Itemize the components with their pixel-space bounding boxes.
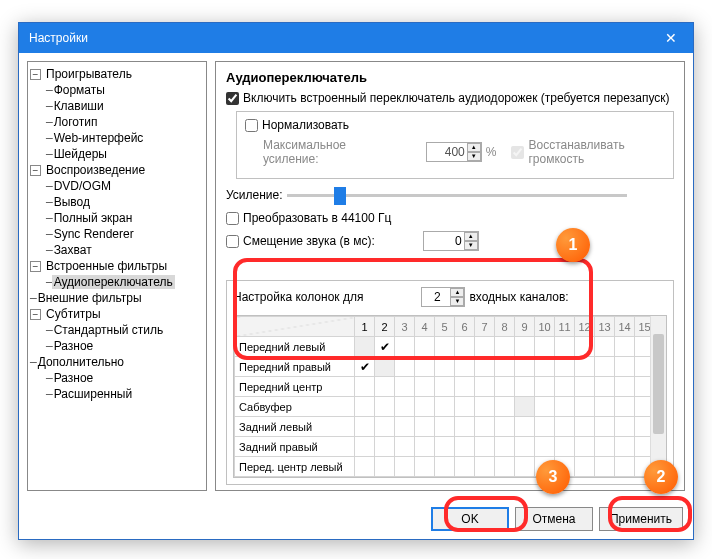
matrix-cell[interactable] [535, 417, 555, 437]
matrix-cell[interactable] [595, 417, 615, 437]
matrix-cell[interactable] [535, 357, 555, 377]
category-tree[interactable]: −Проигрыватель─ Форматы─ Клавиши─ Логоти… [27, 61, 207, 491]
matrix-cell[interactable] [435, 397, 455, 417]
matrix-cell[interactable] [495, 337, 515, 357]
matrix-cell[interactable] [595, 357, 615, 377]
matrix-cell[interactable] [415, 417, 435, 437]
matrix-cell[interactable] [555, 377, 575, 397]
matrix-cell[interactable] [355, 417, 375, 437]
matrix-cell[interactable] [515, 357, 535, 377]
matrix-cell[interactable] [495, 417, 515, 437]
matrix-cell[interactable] [555, 437, 575, 457]
matrix-scrollbar[interactable] [650, 316, 666, 477]
matrix-cell[interactable] [575, 457, 595, 477]
matrix-cell[interactable] [595, 437, 615, 457]
matrix-cell[interactable] [395, 357, 415, 377]
speaker-matrix[interactable]: 123456789101112131415161718Передний левы… [233, 315, 667, 478]
matrix-cell[interactable] [475, 337, 495, 357]
matrix-cell[interactable] [495, 437, 515, 457]
tree-item[interactable]: ─ Логотип [30, 114, 204, 130]
tree-item[interactable]: ─ Клавиши [30, 98, 204, 114]
tree-expander[interactable]: − [30, 309, 41, 320]
matrix-cell[interactable] [515, 457, 535, 477]
matrix-cell[interactable] [455, 417, 475, 437]
matrix-cell[interactable] [495, 377, 515, 397]
tree-item[interactable]: ─ Web-интерфейс [30, 130, 204, 146]
matrix-cell[interactable] [375, 417, 395, 437]
matrix-cell[interactable] [355, 337, 375, 357]
tree-item[interactable]: ─ Форматы [30, 82, 204, 98]
matrix-cell[interactable] [595, 377, 615, 397]
matrix-cell[interactable] [495, 357, 515, 377]
matrix-cell[interactable] [415, 437, 435, 457]
matrix-cell[interactable] [555, 357, 575, 377]
tree-item[interactable]: −Встроенные фильтры [30, 258, 204, 274]
offset-checkbox[interactable] [226, 235, 239, 248]
matrix-cell[interactable] [615, 457, 635, 477]
matrix-cell[interactable] [435, 377, 455, 397]
matrix-cell[interactable] [435, 437, 455, 457]
matrix-cell[interactable] [375, 437, 395, 457]
matrix-cell[interactable] [355, 457, 375, 477]
matrix-cell[interactable] [535, 337, 555, 357]
matrix-cell[interactable] [555, 417, 575, 437]
tree-item[interactable]: ─ Дополнительно [30, 354, 204, 370]
tree-expander[interactable]: − [30, 165, 41, 176]
matrix-cell[interactable] [415, 397, 435, 417]
matrix-cell[interactable] [595, 457, 615, 477]
matrix-cell[interactable] [475, 377, 495, 397]
matrix-cell[interactable] [515, 437, 535, 457]
ok-button[interactable]: OK [431, 507, 509, 531]
apply-button[interactable]: Применить [599, 507, 683, 531]
matrix-cell[interactable] [395, 437, 415, 457]
matrix-cell[interactable] [395, 377, 415, 397]
matrix-cell[interactable] [495, 457, 515, 477]
matrix-cell[interactable] [615, 417, 635, 437]
tree-item[interactable]: ─ Внешние фильтры [30, 290, 204, 306]
matrix-cell[interactable] [515, 417, 535, 437]
spin-down[interactable]: ▼ [464, 241, 478, 250]
matrix-cell[interactable] [435, 357, 455, 377]
matrix-cell[interactable] [615, 437, 635, 457]
matrix-cell[interactable] [575, 337, 595, 357]
matrix-cell[interactable] [375, 357, 395, 377]
matrix-cell[interactable] [455, 377, 475, 397]
matrix-cell[interactable] [395, 417, 415, 437]
tree-item[interactable]: −Воспроизведение [30, 162, 204, 178]
matrix-cell[interactable] [375, 457, 395, 477]
matrix-cell[interactable] [455, 337, 475, 357]
matrix-cell[interactable] [415, 337, 435, 357]
matrix-cell[interactable] [455, 457, 475, 477]
matrix-cell[interactable] [355, 437, 375, 457]
matrix-cell[interactable] [515, 377, 535, 397]
matrix-cell[interactable] [355, 397, 375, 417]
tree-item[interactable]: ─ Полный экран [30, 210, 204, 226]
matrix-cell[interactable] [575, 377, 595, 397]
matrix-cell[interactable] [515, 337, 535, 357]
matrix-cell[interactable] [475, 357, 495, 377]
matrix-cell[interactable] [395, 457, 415, 477]
matrix-cell[interactable] [475, 437, 495, 457]
spin-up[interactable]: ▲ [464, 232, 478, 241]
matrix-cell[interactable] [395, 397, 415, 417]
matrix-cell[interactable] [495, 397, 515, 417]
tree-item[interactable]: ─ Разное [30, 370, 204, 386]
close-button[interactable]: ✕ [649, 23, 693, 53]
cancel-button[interactable]: Отмена [515, 507, 593, 531]
matrix-cell[interactable] [575, 397, 595, 417]
tree-item[interactable]: ─ DVD/OGM [30, 178, 204, 194]
enable-switcher-checkbox[interactable] [226, 92, 239, 105]
matrix-cell[interactable] [375, 377, 395, 397]
matrix-cell[interactable] [615, 397, 635, 417]
matrix-cell[interactable] [615, 357, 635, 377]
matrix-cell[interactable] [535, 397, 555, 417]
matrix-cell[interactable] [435, 337, 455, 357]
spin-up[interactable]: ▲ [450, 288, 464, 297]
resample-checkbox[interactable] [226, 212, 239, 225]
matrix-cell[interactable] [535, 377, 555, 397]
matrix-cell[interactable] [435, 417, 455, 437]
tree-item[interactable]: ─ Sync Renderer [30, 226, 204, 242]
normalize-checkbox[interactable] [245, 119, 258, 132]
matrix-cell[interactable] [475, 457, 495, 477]
matrix-cell[interactable]: ✔ [355, 357, 375, 377]
